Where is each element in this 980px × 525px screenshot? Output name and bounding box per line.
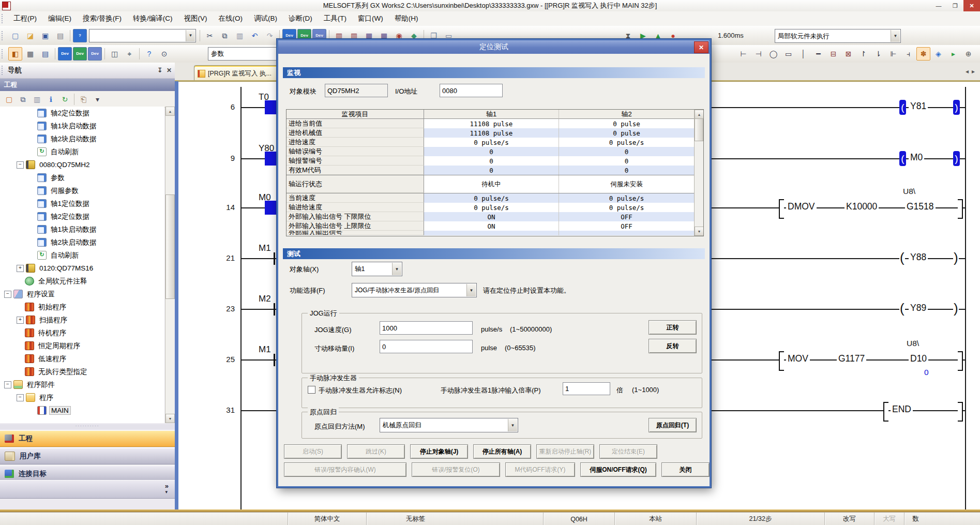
positioning-end-button[interactable]: 定位结束(E) [599,444,657,459]
table-scrollbar[interactable]: ▲ ▼ [694,110,703,236]
opr-method-combo[interactable]: 机械原点回归 ▼ [380,418,518,432]
ladder-del-hline-icon[interactable]: ⊠ [841,47,855,61]
tree-item-20[interactable]: 无执行类型指定 [0,365,164,378]
tree-item-8[interactable]: 轴2定位数据 [0,210,164,223]
tree-expander-icon[interactable]: − [4,381,11,388]
menu-item-1[interactable]: 编辑(E) [42,12,77,25]
tree-item-1[interactable]: 轴1块启动数据 [0,119,164,132]
paste-data-icon[interactable]: ▥ [31,93,43,106]
nav-view-button-proj[interactable]: 工程 [0,430,175,447]
help-mode-icon[interactable]: ? [142,47,156,61]
menu-item-4[interactable]: 视图(V) [178,12,213,25]
tab-scroll-right-icon[interactable]: ▸ [972,68,975,75]
refresh-view-icon[interactable]: ↻ [58,93,71,106]
menu-item-7[interactable]: 诊断(D) [283,12,318,25]
tree-item-5[interactable]: 参数 [0,171,164,184]
tree-item-22[interactable]: −程序 [0,391,164,404]
tree-item-13[interactable]: 全局软元件注释 [0,275,164,288]
error-alarm-detail-button[interactable]: 错误/报警内容确认(W) [284,462,406,477]
history-combo[interactable]: ▼ [89,29,196,42]
ladder-rising-icon[interactable]: ↾ [856,47,870,61]
tree-item-6[interactable]: 伺服参数 [0,184,164,197]
chevron-down-icon[interactable]: ▼ [508,419,517,431]
target-module-field[interactable] [325,84,388,97]
ladder-hline-icon[interactable]: ━ [811,47,825,61]
device-comment-icon[interactable]: Dev [58,47,72,61]
print-icon[interactable]: ▤ [53,29,67,42]
cut-icon[interactable]: ✂ [203,29,217,42]
forward-jog-button[interactable]: 正转 [649,320,697,335]
close-panel-icon[interactable]: ✕ [167,67,172,74]
menu-item-9[interactable]: 窗口(W) [352,12,389,25]
mcode-off-request-button[interactable]: M代码OFF请求(Y) [505,462,575,477]
ladder-falling-icon[interactable]: ⇂ [871,47,885,61]
tree-item-21[interactable]: −程序部件 [0,378,164,391]
tree-item-19[interactable]: 低速程序 [0,352,164,365]
tree-item-9[interactable]: 轴1块启动数据 [0,223,164,236]
start-button[interactable]: 启动(S) [284,444,342,459]
tree-expander-icon[interactable]: − [4,291,11,298]
tree-item-4[interactable]: −0080:QD75MH2 [0,158,164,171]
redo-icon[interactable]: ↷ [263,29,277,42]
tree-item-11[interactable]: 自动刷新 [0,249,164,262]
help-icon[interactable]: ? [73,29,87,42]
chevron-down-icon[interactable]: ▼ [466,284,476,296]
target-axis-combo[interactable]: 轴1 ▼ [352,262,402,276]
ladder-f6-contact-icon[interactable]: ⊣ [751,47,765,61]
scroll-down-icon[interactable]: ▼ [165,414,175,423]
open-folder-icon[interactable]: ◪ [23,29,37,42]
ladder-coil-icon[interactable]: ◯ [766,47,780,61]
reverse-jog-button[interactable]: 反转 [649,339,697,353]
tree-item-16[interactable]: +扫描程序 [0,313,164,326]
ladder-branch-icon[interactable]: ⊩ [886,47,900,61]
statement-icon[interactable]: Dev [73,47,87,61]
tree-item-3[interactable]: 自动刷新 [0,145,164,158]
sort-dropdown-icon[interactable]: ▾ [91,93,104,106]
pin-icon[interactable]: ↧ [157,67,162,74]
ladder-del-vline-icon[interactable]: ⊟ [826,47,840,61]
chevron-more-icon[interactable]: » [165,482,169,490]
nav-splitter[interactable]: ·········· [0,424,175,429]
scrollbar-thumb[interactable] [165,194,175,299]
tree-item-18[interactable]: 恒定周期程序 [0,339,164,352]
property-icon[interactable]: ℹ [44,93,57,106]
new-data-icon[interactable]: ▢ [3,93,16,106]
menu-item-0[interactable]: 工程(P) [8,12,42,25]
ladder-invert-icon[interactable]: ⫞ [901,47,915,61]
close-dialog-button[interactable]: 关闭 [661,462,710,477]
menu-item-8[interactable]: 工具(T) [318,12,352,25]
ladder-edit-icon[interactable]: ✽ [916,47,930,61]
tree-expander-icon[interactable]: − [17,161,24,169]
tree-item-14[interactable]: −程序设置 [0,288,164,301]
scroll-down-icon[interactable]: ▼ [695,227,704,236]
menu-item-6[interactable]: 调试(B) [248,12,283,25]
copy-data-icon[interactable]: ⧉ [17,93,29,106]
tree-scrollbar[interactable]: ▲ ▼ [165,107,174,423]
find-icon[interactable]: ⊙ [157,47,171,61]
tree-item-0[interactable]: 轴2定位数据 [0,107,164,119]
menu-item-5[interactable]: 在线(O) [213,12,249,25]
function-select-combo[interactable]: JOG/手动脉冲发生器/原点回归 ▼ [352,283,477,297]
io-address-field[interactable] [440,84,503,97]
menu-item-3[interactable]: 转换/编译(C) [127,12,178,25]
scroll-up-icon[interactable]: ▲ [165,107,175,116]
sort-icon[interactable]: ⎗ [77,93,90,106]
stop-all-axes-button[interactable]: 停止所有轴(A) [473,444,531,459]
skip-button[interactable]: 跳过(K) [347,444,405,459]
dialog-titlebar[interactable]: 定位测试 [278,40,710,54]
device-display-icon[interactable]: ◫ [108,47,122,61]
tree-item-15[interactable]: 初始程序 [0,301,164,313]
inch-move-field[interactable] [380,340,473,353]
mpg-enable-checkbox[interactable] [308,386,315,394]
nav-view-button-lib[interactable]: 用户库 [0,448,175,464]
chevron-down-icon[interactable]: ▼ [891,30,900,42]
chevron-down-icon[interactable]: ▼ [392,263,401,275]
ladder-f5-contact-icon[interactable]: ⊢ [736,47,750,61]
window-layout-icon[interactable]: ◧ [8,47,22,61]
save-icon[interactable]: ▣ [38,29,52,42]
tree-expander-icon[interactable]: + [17,317,24,324]
menu-item-2[interactable]: 搜索/替换(F) [77,12,127,25]
menu-item-10[interactable]: 帮助(H) [389,12,424,25]
tree-expander-icon[interactable]: − [17,394,24,401]
zoom-icon[interactable]: ⊕ [961,47,975,61]
